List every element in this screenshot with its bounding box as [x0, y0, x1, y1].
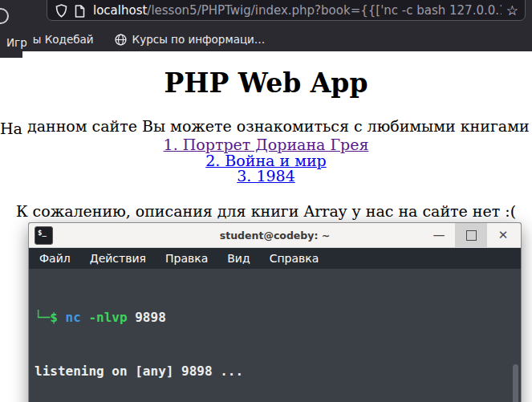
command-port: 9898 — [128, 310, 166, 325]
globe-icon — [115, 34, 127, 46]
terminal-prompt-line: └─$ nc -nlvp 9898 — [35, 309, 521, 327]
command-args: -nlvp — [81, 310, 128, 325]
intro-rest: данном сайте Вы можете ознакомиться с лю… — [22, 117, 532, 135]
terminal-titlebar[interactable]: $_ student@codeby: ~ — ✕ — [29, 223, 521, 248]
bookmark-label: Курсы по информаци… — [132, 33, 266, 46]
maximize-icon — [466, 230, 477, 241]
menu-edit[interactable]: Правка — [156, 252, 217, 265]
shield-icon[interactable] — [55, 4, 67, 18]
page-info-icon[interactable] — [75, 5, 85, 18]
book-link-3[interactable]: 3. 1984 — [0, 169, 532, 185]
close-button[interactable]: ✕ — [487, 223, 519, 247]
browser-chrome: localhost/lesson5/PHPTwig/index.php?book… — [0, 0, 532, 51]
bookmark-star-icon[interactable]: ☆ — [506, 4, 518, 18]
shell-prompt: └─$ — [35, 310, 66, 325]
bookmarks-bar: Игры Кодебай Курсы по информаци… — [0, 27, 532, 51]
terminal-app-icon: $_ — [35, 226, 53, 245]
terminal-line: listening on [any] 9898 ... — [35, 363, 521, 380]
terminal-output[interactable]: └─$ nc -nlvp 9898 listening on [any] 989… — [29, 269, 521, 402]
menu-help[interactable]: Справка — [260, 252, 329, 265]
chrome-edge-artifact — [0, 51, 22, 58]
maximize-button[interactable] — [455, 223, 487, 247]
address-bar[interactable]: localhost/lesson5/PHPTwig/index.php?book… — [47, 0, 526, 21]
page-title: PHP Web App — [0, 67, 532, 99]
bookmark-label-part: ы Кодебай — [33, 33, 94, 46]
terminal-scrollbar[interactable] — [513, 364, 518, 402]
url-host: localhost — [93, 3, 147, 18]
menu-view[interactable]: Вид — [217, 252, 259, 265]
terminal-window[interactable]: $_ student@codeby: ~ — ✕ Файл Действия П… — [29, 223, 521, 402]
no-description-message: К сожалению, описания для книги Array у … — [0, 202, 532, 220]
book-link-1[interactable]: 1. Портрет Дориана Грея — [0, 137, 532, 153]
command-name: nc — [66, 310, 81, 325]
menu-actions[interactable]: Действия — [80, 252, 156, 265]
reload-icon[interactable] — [0, 8, 9, 24]
terminal-menubar: Файл Действия Правка Вид Справка — [29, 248, 521, 269]
bookmark-item-codeby-games[interactable]: Игры Кодебай — [6, 33, 94, 46]
minimize-button[interactable]: — — [423, 223, 455, 247]
intro-first-word: На — [0, 120, 22, 137]
bookmark-item-courses[interactable]: Курсы по информаци… — [115, 33, 266, 46]
url-text[interactable]: localhost/lesson5/PHPTwig/index.php?book… — [93, 3, 502, 18]
intro-text: На данном сайте Вы можете ознакомиться с… — [0, 117, 532, 135]
menu-file[interactable]: Файл — [29, 252, 80, 265]
book-links-list: 1. Портрет Дориана Грея 2. Война и мир 3… — [0, 137, 532, 185]
bookmark-label-part: Игр — [6, 36, 27, 49]
url-path: /lesson5/PHPTwig/index.php?book={{['nc -… — [147, 3, 501, 18]
